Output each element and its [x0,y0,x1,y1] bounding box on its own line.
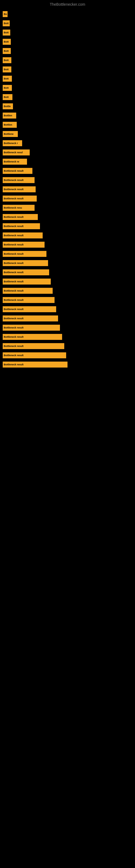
bar-row: Bott [3,75,132,83]
bar-19: Bottleneck result [3,186,36,192]
bar-row: Bott [3,20,132,27]
bar-label-32: Bottleneck result [4,308,24,311]
bar-label-24: Bottleneck result [4,234,24,237]
bar-row: Bottleneck result [3,305,132,313]
bar-34: Bottleneck result [3,325,60,331]
bar-label-6: Bott [4,68,9,71]
bar-23: Bottleneck result [3,223,40,229]
bar-label-8: Bott [4,87,9,89]
bar-30: Bottleneck result [3,288,53,294]
bar-label-38: Bottleneck result [4,363,24,366]
bar-row: Bott [3,29,132,36]
bar-36: Bottleneck result [3,343,64,349]
bar-label-23: Bottleneck result [4,225,24,227]
bar-row: Bottlen [3,121,132,129]
bar-label-33: Bottleneck result [4,317,24,320]
bar-13: Bottlene [3,131,18,137]
bar-11: Bottlen [3,113,16,119]
bar-20: Bottleneck result [3,195,37,202]
bar-label-14: Bottleneck r [4,142,18,145]
bar-4: Bott [3,48,11,54]
bar-label-26: Bottleneck result [4,252,24,255]
bar-33: Bottleneck result [3,315,58,321]
bar-label-25: Bottleneck result [4,243,24,246]
bar-label-30: Bottleneck result [4,289,24,292]
bar-row: Bottleneck resu [3,204,132,212]
bar-28: Bottleneck result [3,269,49,275]
bar-row: Bottleneck result [3,351,132,359]
bar-16: Bottleneck re [3,159,27,165]
bar-row: Bottlen [3,112,132,119]
bar-label-18: Bottleneck result [4,179,24,182]
bar-0: Bo [3,11,8,17]
bar-row: Bottleneck result [3,213,132,221]
bar-row: Bottleneck result [3,324,132,332]
bar-label-37: Bottleneck result [4,354,24,357]
bar-12: Bottlen [3,122,17,128]
bar-row: Bott [3,84,132,92]
bar-row: Bottle [3,102,132,110]
bar-row: Bott [3,56,132,64]
bar-row: Bottleneck result [3,361,132,368]
bar-5: Bott [3,57,11,63]
bar-18: Bottleneck result [3,177,35,183]
bar-row: Bottleneck result [3,195,132,203]
bar-22: Bottleneck result [3,214,38,220]
bar-label-15: Bottleneck resul [4,151,23,154]
bar-label-19: Bottleneck result [4,188,24,191]
bar-label-36: Bottleneck result [4,345,24,347]
bar-label-10: Bottle [4,105,11,108]
bar-label-17: Bottleneck result [4,169,24,172]
bar-17: Bottleneck result [3,168,32,174]
bar-row: Bottlene [3,130,132,138]
bar-label-34: Bottleneck result [4,326,24,329]
bar-15: Bottleneck resul [3,150,30,155]
bar-26: Bottleneck result [3,251,46,257]
bar-row: Bottleneck result [3,315,132,322]
bar-row: Bottleneck result [3,296,132,304]
bars-container: BoBottBottBottBottBottBottBottBottBottBo… [0,8,135,370]
bar-6: Bott [3,66,11,72]
bar-label-11: Bottlen [4,114,12,117]
bar-3: Bott [3,39,11,45]
bar-14: Bottleneck r [3,140,22,146]
bar-label-21: Bottleneck resu [4,207,22,209]
bar-label-35: Bottleneck result [4,336,24,338]
bar-label-1: Bott [4,22,9,25]
bar-row: Bottleneck re [3,158,132,165]
bar-32: Bottleneck result [3,306,56,312]
bar-row: Bo [3,10,132,18]
bar-label-9: Bott [4,96,9,98]
bar-10: Bottle [3,103,13,109]
bar-label-16: Bottleneck re [4,160,19,163]
bar-label-13: Bottlene [4,133,13,135]
bar-row: Bott [3,47,132,55]
bar-27: Bottleneck result [3,260,48,266]
bar-9: Bott [3,94,12,100]
bar-row: Bottleneck result [3,167,132,175]
bar-row: Bott [3,38,132,45]
bar-21: Bottleneck resu [3,205,35,211]
bar-row: Bottleneck result [3,186,132,193]
bar-row: Bottleneck r [3,140,132,147]
bar-31: Bottleneck result [3,297,54,303]
bar-24: Bottleneck result [3,232,43,239]
bar-38: Bottleneck result [3,362,68,368]
bar-row: Bottleneck result [3,176,132,184]
bar-label-31: Bottleneck result [4,299,24,301]
bar-row: Bottleneck result [3,231,132,239]
bar-row: Bottleneck result [3,241,132,248]
bar-2: Bott [3,30,10,35]
bar-label-3: Bott [4,40,9,43]
bar-label-5: Bott [4,59,9,62]
bar-row: Bottleneck resul [3,149,132,156]
bar-25: Bottleneck result [3,242,45,248]
bar-35: Bottleneck result [3,334,62,340]
bar-label-20: Bottleneck result [4,197,24,200]
bar-label-27: Bottleneck result [4,262,24,265]
bar-8: Bott [3,85,12,91]
bar-row: Bott [3,66,132,73]
bar-row: Bottleneck result [3,259,132,267]
bar-label-29: Bottleneck result [4,280,24,283]
bar-label-2: Bott [4,31,9,34]
